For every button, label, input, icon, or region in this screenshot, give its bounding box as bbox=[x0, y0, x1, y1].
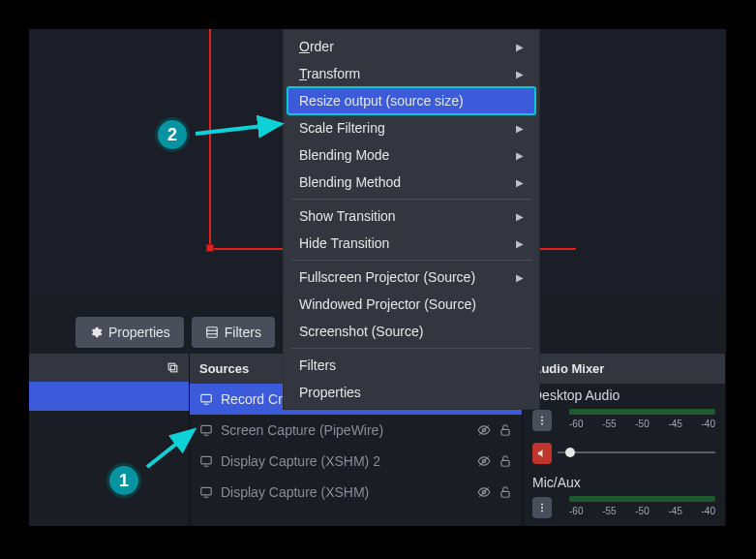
menu-item-label: Screenshot (Source) bbox=[299, 324, 423, 339]
menu-item[interactable]: Hide Transition▶ bbox=[284, 230, 539, 257]
gear-icon bbox=[89, 326, 103, 339]
eye-hidden-icon[interactable] bbox=[477, 423, 491, 437]
menu-item[interactable]: Resize output (source size) bbox=[287, 87, 535, 114]
source-label: Screen Capture (PipeWire) bbox=[221, 422, 469, 438]
menu-item-label: Blending Mode bbox=[299, 147, 389, 163]
audio-mixer-panel: Audio Mixer Desktop Audio-60-55-50-45-40… bbox=[523, 354, 726, 526]
svg-point-31 bbox=[541, 507, 543, 509]
volume-meter: -60-55-50-45-40 bbox=[558, 494, 715, 521]
annotation-badge: 2 bbox=[155, 117, 190, 152]
menu-separator bbox=[291, 348, 531, 349]
mixer-track-label: Desktop Audio bbox=[523, 384, 725, 405]
menu-item-label: Show Transition bbox=[299, 208, 396, 224]
source-item[interactable]: Display Capture (XSHM) 2 bbox=[190, 446, 522, 477]
volume-meter: -60-55-50-45-40 bbox=[558, 407, 715, 434]
menu-separator bbox=[291, 199, 531, 200]
source-item[interactable]: Display Capture (XSHM) bbox=[190, 477, 522, 508]
menu-item[interactable]: Blending Mode▶ bbox=[284, 141, 539, 169]
mixer-options-button[interactable] bbox=[532, 497, 552, 518]
filters-icon bbox=[205, 326, 219, 339]
scenes-header bbox=[29, 354, 189, 382]
menu-item[interactable]: Order▶ bbox=[284, 33, 539, 60]
filters-button[interactable]: Filters bbox=[192, 317, 275, 348]
display-icon bbox=[199, 454, 213, 468]
annotation-arrow-icon bbox=[143, 424, 201, 473]
svg-rect-7 bbox=[201, 394, 212, 402]
menu-item[interactable]: Fullscreen Projector (Source)▶ bbox=[284, 264, 539, 291]
source-label: Display Capture (XSHM) bbox=[221, 484, 469, 500]
resize-handle-icon[interactable] bbox=[206, 244, 214, 252]
scene-item-selected[interactable] bbox=[29, 382, 189, 411]
svg-rect-4 bbox=[170, 365, 177, 372]
svg-rect-26 bbox=[501, 491, 509, 497]
menu-item[interactable]: Scale Filtering▶ bbox=[284, 114, 539, 141]
svg-rect-16 bbox=[501, 429, 509, 435]
annotation-arrow-icon bbox=[192, 116, 288, 140]
submenu-arrow-icon: ▶ bbox=[516, 238, 524, 249]
svg-line-33 bbox=[147, 430, 194, 467]
eye-hidden-icon[interactable] bbox=[477, 454, 491, 468]
menu-separator bbox=[291, 260, 531, 261]
menu-item[interactable]: Show Transition▶ bbox=[284, 202, 539, 230]
mixer-options-button[interactable] bbox=[532, 410, 552, 431]
mixer-header: Audio Mixer bbox=[523, 354, 725, 384]
properties-button[interactable]: Properties bbox=[76, 317, 184, 348]
menu-item[interactable]: Windowed Projector (Source) bbox=[284, 291, 539, 318]
menu-item-label: Transform bbox=[299, 66, 360, 81]
svg-rect-22 bbox=[201, 487, 212, 495]
menu-item[interactable]: Screenshot (Source) bbox=[284, 318, 539, 345]
source-item[interactable]: Screen Capture (PipeWire) bbox=[190, 415, 522, 446]
mute-button[interactable] bbox=[532, 443, 552, 464]
menu-item[interactable]: Transform▶ bbox=[284, 60, 539, 87]
menu-item-label: Order bbox=[299, 39, 334, 54]
mixer-track-label: Mic/Aux bbox=[523, 471, 725, 492]
source-label: Display Capture (XSHM) 2 bbox=[221, 453, 469, 469]
svg-rect-0 bbox=[207, 327, 218, 338]
display-icon bbox=[199, 423, 213, 437]
svg-rect-3 bbox=[168, 363, 175, 370]
preview-toolbar: Properties Filters bbox=[76, 317, 275, 348]
context-menu: Order▶Transform▶Resize output (source si… bbox=[283, 29, 540, 410]
lock-open-icon[interactable] bbox=[499, 485, 512, 499]
svg-rect-12 bbox=[201, 425, 212, 433]
annotation-badge: 1 bbox=[106, 463, 141, 498]
dock-pop-icon[interactable] bbox=[166, 361, 179, 374]
eye-hidden-icon[interactable] bbox=[477, 485, 491, 499]
svg-point-29 bbox=[541, 423, 543, 425]
menu-item-label: Resize output (source size) bbox=[299, 93, 464, 109]
svg-point-32 bbox=[541, 511, 543, 512]
volume-slider[interactable] bbox=[558, 440, 715, 467]
menu-item-label: Scale Filtering bbox=[299, 120, 385, 136]
menu-item-label: Windowed Projector (Source) bbox=[299, 296, 476, 312]
svg-rect-17 bbox=[201, 456, 212, 464]
menu-item-label: Blending Method bbox=[299, 174, 401, 190]
submenu-arrow-icon: ▶ bbox=[516, 177, 524, 188]
submenu-arrow-icon: ▶ bbox=[516, 123, 524, 134]
svg-rect-21 bbox=[501, 460, 509, 466]
menu-item[interactable]: Filters bbox=[284, 352, 539, 379]
submenu-arrow-icon: ▶ bbox=[516, 69, 524, 79]
svg-point-30 bbox=[541, 504, 543, 506]
svg-line-34 bbox=[196, 124, 281, 134]
menu-item-label: Fullscreen Projector (Source) bbox=[299, 269, 475, 285]
display-icon bbox=[199, 392, 213, 406]
menu-item-label: Properties bbox=[299, 385, 361, 400]
submenu-arrow-icon: ▶ bbox=[516, 150, 524, 161]
svg-point-27 bbox=[541, 417, 543, 419]
submenu-arrow-icon: ▶ bbox=[516, 272, 524, 283]
app-window: Properties Filters Sources Record Croppe… bbox=[29, 29, 726, 526]
lock-open-icon[interactable] bbox=[499, 454, 512, 468]
menu-item[interactable]: Blending Method▶ bbox=[284, 169, 539, 196]
submenu-arrow-icon: ▶ bbox=[516, 42, 524, 52]
menu-item-label: Filters bbox=[299, 357, 336, 373]
svg-point-28 bbox=[541, 419, 543, 421]
menu-item-label: Hide Transition bbox=[299, 235, 389, 251]
submenu-arrow-icon: ▶ bbox=[516, 211, 524, 222]
display-icon bbox=[199, 485, 213, 499]
menu-item[interactable]: Properties bbox=[284, 379, 539, 406]
lock-open-icon[interactable] bbox=[499, 423, 512, 437]
